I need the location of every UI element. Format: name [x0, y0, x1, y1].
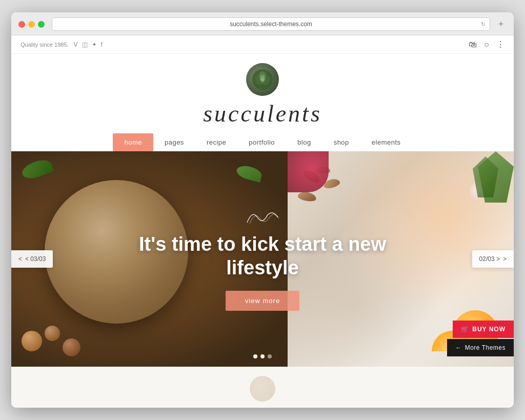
refresh-icon[interactable]: ↻: [481, 21, 486, 28]
buy-now-label: BUY NOW: [472, 326, 506, 333]
site-header: succulents: [11, 54, 514, 133]
food-item-2: [45, 326, 60, 341]
url-text: succulents.select-themes.com: [230, 21, 312, 28]
dot-2[interactable]: [260, 354, 265, 358]
bag-icon[interactable]: 🛍: [469, 40, 477, 49]
site-title: succulents: [203, 100, 322, 127]
hero-script-text: [134, 207, 391, 231]
hero-section: < < 03/03 02/03 > > It's time to kick st…: [11, 151, 514, 367]
food-item-3: [63, 338, 80, 356]
quality-text: Quality since 1985.: [21, 42, 69, 48]
prev-arrow-icon: <: [18, 255, 22, 263]
bottom-logo: [250, 376, 275, 402]
top-bar-left: Quality since 1985. V ◫ ✦ f: [21, 41, 103, 48]
decorative-script: [242, 207, 283, 228]
social-icons: V ◫ ✦ f: [74, 41, 103, 48]
nav-item-blog[interactable]: blog: [286, 133, 322, 151]
traffic-lights: [18, 21, 45, 28]
nav-item-pages[interactable]: pages: [153, 133, 195, 151]
hero-next-label: 02/03 >: [479, 255, 500, 263]
top-bar-right: 🛍 ○ ⋮: [469, 39, 504, 49]
logo-circle: [246, 63, 279, 96]
nav-item-shop[interactable]: shop: [322, 133, 360, 151]
dot-3[interactable]: [268, 354, 272, 358]
fullscreen-button[interactable]: [38, 21, 45, 28]
nav-item-portfolio[interactable]: portfolio: [237, 133, 286, 151]
nav-item-elements[interactable]: elements: [360, 133, 412, 151]
twitter-icon[interactable]: ✦: [92, 41, 97, 48]
more-options-icon[interactable]: ⋮: [496, 39, 504, 49]
site-navigation: home pages recipe portfolio blog shop el…: [11, 133, 514, 151]
search-icon[interactable]: ○: [484, 40, 489, 49]
svg-point-5: [261, 78, 264, 81]
more-themes-button[interactable]: ← More Themes: [447, 339, 514, 356]
site-bottom: [11, 367, 514, 408]
hero-text-block: It's time to kick start a new lifestyle …: [134, 207, 391, 311]
close-button[interactable]: [18, 21, 25, 28]
browser-chrome: succulents.select-themes.com ↻ +: [11, 12, 514, 35]
cart-icon: 🛒: [461, 326, 469, 333]
browser-window: succulents.select-themes.com ↻ + Quality…: [11, 12, 514, 408]
minimize-button[interactable]: [28, 21, 35, 28]
site-content: Quality since 1985. V ◫ ✦ f 🛍 ○ ⋮: [11, 35, 514, 408]
address-bar[interactable]: succulents.select-themes.com ↻: [52, 17, 490, 31]
nav-item-home[interactable]: home: [113, 133, 153, 151]
hero-view-more-button[interactable]: view more: [226, 291, 299, 311]
next-arrow-icon: >: [503, 255, 507, 263]
hero-dots: [253, 354, 272, 358]
site-title-text: succulents: [203, 101, 322, 127]
buy-now-button[interactable]: 🛒 BUY NOW: [453, 321, 514, 338]
hero-prev-button[interactable]: < < 03/03: [11, 250, 53, 268]
instagram-icon[interactable]: ◫: [82, 41, 88, 48]
hero-headline: It's time to kick start a new lifestyle: [134, 233, 391, 279]
nut-4: [297, 191, 317, 203]
new-tab-button[interactable]: +: [495, 18, 507, 30]
leaf-2: [235, 164, 264, 183]
food-item-1: [22, 331, 42, 351]
hero-prev-label: < 03/03: [25, 255, 46, 263]
nav-item-recipe[interactable]: recipe: [195, 133, 237, 151]
more-themes-label: More Themes: [465, 344, 506, 351]
site-top-bar: Quality since 1985. V ◫ ✦ f 🛍 ○ ⋮: [11, 35, 514, 54]
leaf-1: [20, 157, 54, 182]
arrow-left-icon: ←: [455, 344, 462, 351]
vimeo-icon[interactable]: V: [74, 41, 78, 48]
pomegranate: [288, 151, 329, 192]
succulent-logo-svg: [251, 68, 274, 91]
dot-1[interactable]: [253, 354, 257, 358]
facebook-icon[interactable]: f: [101, 41, 103, 48]
hero-next-button[interactable]: 02/03 > >: [472, 250, 514, 268]
